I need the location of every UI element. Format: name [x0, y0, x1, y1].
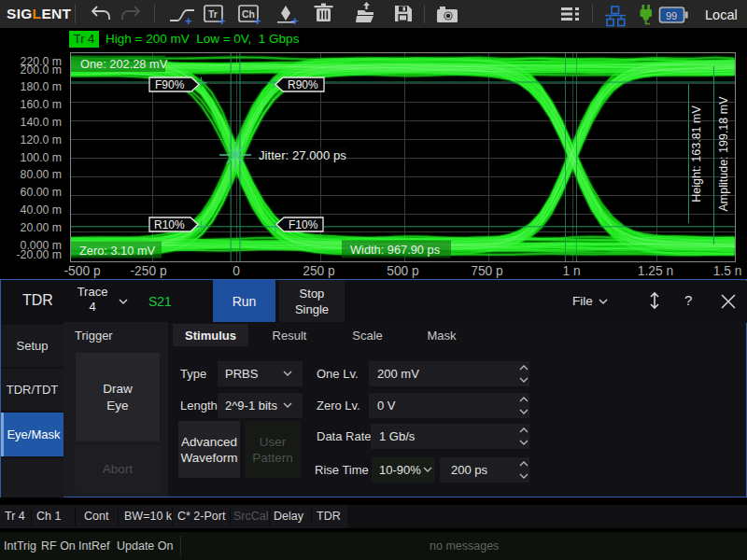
svg-text:200.0 m: 200.0 m [21, 63, 62, 77]
svg-text:R90%: R90% [288, 78, 318, 91]
svg-text:0: 0 [233, 264, 240, 278]
svg-text:180.0 m: 180.0 m [21, 80, 62, 93]
svg-text:F90%: F90% [155, 78, 185, 91]
svg-text:R10%: R10% [154, 218, 185, 231]
svg-text:60.00 m: 60.00 m [21, 186, 62, 199]
svg-text:1.5 n: 1.5 n [713, 264, 742, 278]
svg-text:40.00 m: 40.00 m [21, 203, 62, 217]
svg-text:-250 p: -250 p [130, 264, 166, 278]
svg-text:Height: 163.81 mV: Height: 163.81 mV [690, 105, 703, 203]
svg-text:20.00 m: 20.00 m [21, 221, 62, 234]
svg-text:120.0 m: 120.0 m [21, 133, 62, 147]
svg-text:+: + [185, 14, 192, 28]
svg-text:+: + [254, 14, 261, 28]
svg-text:Tr: Tr [208, 8, 218, 20]
svg-text:160.0 m: 160.0 m [21, 98, 62, 111]
svg-text:Zero: 3.10 mV: Zero: 3.10 mV [79, 244, 156, 258]
svg-text:80.00 m: 80.00 m [21, 168, 62, 181]
svg-text:Amplitude: 199.18 mV: Amplitude: 199.18 mV [717, 96, 730, 212]
svg-text:1.25 n: 1.25 n [638, 264, 673, 278]
svg-text:-500 p: -500 p [63, 264, 100, 278]
svg-text:+: + [218, 14, 226, 28]
svg-text:750 p: 750 p [471, 264, 503, 278]
svg-text:Jitter: 27.000 ps: Jitter: 27.000 ps [259, 148, 346, 162]
svg-text:+: + [291, 14, 299, 28]
svg-text:100.0 m: 100.0 m [21, 151, 62, 164]
svg-text:Local: Local [705, 7, 738, 22]
svg-text:1 n: 1 n [562, 264, 580, 278]
svg-text:99: 99 [666, 10, 677, 21]
svg-text:250 p: 250 p [303, 264, 335, 278]
svg-text:500 p: 500 p [387, 264, 419, 278]
svg-text:F10%: F10% [289, 218, 318, 231]
svg-text:One: 202.28 mV: One: 202.28 mV [80, 57, 168, 71]
svg-text:140.0 m: 140.0 m [21, 116, 62, 129]
svg-text:-20.00 m: -20.00 m [16, 248, 62, 261]
svg-text:Width: 967.90 ps: Width: 967.90 ps [350, 243, 440, 257]
svg-text:Ch: Ch [242, 8, 255, 20]
